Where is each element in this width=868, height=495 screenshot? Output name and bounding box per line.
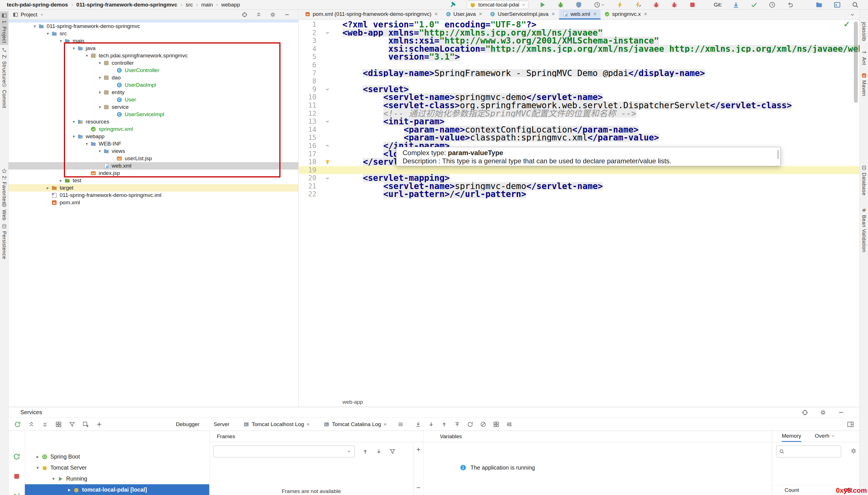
add-service-icon[interactable] xyxy=(83,421,89,427)
chevron-down-icon[interactable]: ▾ xyxy=(49,476,58,481)
chevron-down-icon[interactable]: ▾ xyxy=(33,465,42,471)
memory-search-input[interactable] xyxy=(787,449,838,455)
editor-line-10[interactable]: 10 <servlet-name>springmvc-demo</servlet… xyxy=(299,93,859,101)
tab-tomcat-localhost-log[interactable]: Tomcat Localhost Log × xyxy=(240,421,313,427)
chevron-right-icon[interactable]: ▸ xyxy=(33,454,42,459)
git-rollback-button[interactable] xyxy=(786,1,795,9)
layout-grid-icon[interactable] xyxy=(493,421,499,427)
code-text[interactable]: xsi:schemaLocation="http://xmlns.jcp.org… xyxy=(334,45,859,53)
editor-body[interactable]: 1<?xml version="1.0" encoding="UTF-8"?>2… xyxy=(299,20,859,397)
chevron-down-icon[interactable]: ▾ xyxy=(31,24,38,29)
collapse-all-icon[interactable] xyxy=(28,421,34,427)
tool-button-structure[interactable]: Z: Structure xyxy=(0,46,8,85)
close-icon[interactable]: × xyxy=(552,11,555,17)
chevron-down-icon[interactable]: ▾ xyxy=(70,119,78,124)
chevron-right-icon[interactable]: ▸ xyxy=(65,487,73,493)
editor-line-3[interactable]: 3 xmlns:xsi="http://www.w3.org/2001/XMLS… xyxy=(299,37,859,45)
editor-line-21[interactable]: 21 <servlet-name>springmvc-demo</servlet… xyxy=(299,182,859,190)
tree-item-index-jsp[interactable]: JSPindex.jsp xyxy=(9,170,298,177)
stop-server-icon[interactable] xyxy=(13,473,20,480)
close-icon[interactable]: × xyxy=(435,11,438,17)
locate-file-icon[interactable] xyxy=(242,12,247,18)
filter-icon[interactable] xyxy=(69,421,75,427)
close-icon[interactable]: × xyxy=(384,421,387,427)
breadcrumb-main[interactable]: main xyxy=(201,2,213,8)
tool-button-project[interactable]: 1: Project xyxy=(0,11,8,45)
memory-search-box[interactable] xyxy=(776,446,841,457)
git-update-button[interactable] xyxy=(732,1,740,9)
filter-frames-icon[interactable] xyxy=(389,448,396,455)
group-by-icon[interactable] xyxy=(55,421,62,427)
code-text[interactable]: <servlet-name>springmvc-demo</servlet-na… xyxy=(334,182,859,190)
close-icon[interactable]: × xyxy=(306,421,310,427)
collapse-all-icon[interactable] xyxy=(256,12,262,18)
editor-scrollbar[interactable] xyxy=(854,21,858,103)
fold-collapse-icon[interactable] xyxy=(320,29,334,37)
code-text[interactable]: <display-name>SpringFramework - SpringMV… xyxy=(334,69,859,78)
chevron-right-icon[interactable]: ▸ xyxy=(57,178,65,183)
tool-button-commit[interactable]: Commit xyxy=(0,81,8,110)
code-text[interactable]: version="3.1"> xyxy=(334,53,859,61)
breadcrumb-module[interactable]: 011-spring-framework-demo-springmvc xyxy=(76,2,177,8)
quick-run-icon[interactable] xyxy=(616,1,624,9)
tool-button-web[interactable]: Web xyxy=(0,201,8,222)
restart-server-icon[interactable] xyxy=(13,453,20,460)
build-icon[interactable] xyxy=(448,1,457,9)
hide-panel-icon[interactable] xyxy=(838,409,844,415)
editor-line-4[interactable]: 4 xsi:schemaLocation="http://xmlns.jcp.o… xyxy=(299,45,859,53)
edit-configuration-icon[interactable] xyxy=(634,1,642,9)
settings-sliders-icon[interactable] xyxy=(506,421,512,427)
tree-item-web-inf[interactable]: ▾WEB-INF xyxy=(9,140,298,148)
mute-icon[interactable] xyxy=(480,421,486,427)
breadcrumb-project[interactable]: tech-pdai-spring-demos xyxy=(7,2,68,8)
code-text[interactable]: <servlet> xyxy=(334,85,859,93)
editor-line-12[interactable]: 12 <!-- 通过初始化参数指定SpringMVC配置文件的位置和名称 --> xyxy=(299,109,859,118)
project-panel-title[interactable]: Project xyxy=(21,12,37,18)
code-text[interactable]: <?xml version="1.0" encoding="UTF-8"?> xyxy=(334,21,859,29)
git-history-button[interactable] xyxy=(768,1,777,9)
editor-line-14[interactable]: 14 <param-name>contextConfigLocation</pa… xyxy=(299,126,859,134)
code-text[interactable]: <param-value>classpath:springmvc.xml</pa… xyxy=(334,134,859,142)
stop-button[interactable] xyxy=(688,1,697,9)
editor-line-13[interactable]: 13 <init-param> xyxy=(299,118,859,126)
gear-icon[interactable] xyxy=(850,448,857,454)
frames-dropdown[interactable] xyxy=(214,446,355,457)
chevron-down-icon[interactable]: ▾ xyxy=(83,141,90,146)
hidden-tabs-icon[interactable] xyxy=(850,12,855,17)
up-arrow-icon[interactable] xyxy=(441,421,447,427)
tooltip-scrollbar[interactable] xyxy=(777,150,779,159)
tool-button-jclasslib[interactable]: jclasslib xyxy=(860,20,868,43)
code-text[interactable] xyxy=(334,166,859,174)
editor-line-1[interactable]: 1<?xml version="1.0" encoding="UTF-8"?> xyxy=(299,21,859,29)
tab-debugger[interactable]: Debugger xyxy=(172,421,203,427)
attach-debugger-alt-icon[interactable] xyxy=(670,1,679,9)
breadcrumb-web-app[interactable]: web-app xyxy=(343,399,363,405)
tree-item-userserviceimpl[interactable]: CUserServiceImpl xyxy=(9,111,298,118)
view-options-icon[interactable] xyxy=(398,421,404,427)
service-item-spring-boot[interactable]: ▸Spring Boot xyxy=(25,451,209,462)
tool-button-database[interactable]: Database xyxy=(860,164,868,197)
terminal-icon[interactable] xyxy=(833,1,841,9)
editor-line-19[interactable]: 19 xyxy=(299,166,859,174)
editor-line-15[interactable]: 15 <param-value>classpath:springmvc.xml<… xyxy=(299,134,859,142)
column-count[interactable]: Count xyxy=(785,487,799,493)
editor-tab-springmvc-x[interactable]: springmvc.x× xyxy=(601,10,651,19)
chevron-down-icon[interactable]: ▾ xyxy=(70,46,78,51)
code-text[interactable]: <web-app xmlns="http://xmlns.jcp.org/xml… xyxy=(334,29,859,37)
close-icon[interactable]: × xyxy=(593,11,597,17)
code-text[interactable] xyxy=(334,77,859,85)
fold-collapse-icon[interactable] xyxy=(320,174,334,182)
editor-line-22[interactable]: 22 <url-pattern>/</url-pattern> xyxy=(299,190,859,198)
code-text[interactable]: <init-param> xyxy=(334,118,859,126)
step-out-icon[interactable] xyxy=(454,421,460,427)
tree-item-target[interactable]: ▸target xyxy=(9,184,298,191)
tree-item-userlist-jsp[interactable]: JSPuserList.jsp xyxy=(9,155,298,162)
code-text[interactable]: <servlet-class>org.springframework.web.s… xyxy=(334,101,859,109)
gear-icon[interactable] xyxy=(270,12,276,18)
coverage-button[interactable] xyxy=(574,1,583,9)
code-text[interactable]: <servlet-name>springmvc-demo</servlet-na… xyxy=(334,93,859,101)
tree-item-user[interactable]: CUser xyxy=(9,96,298,103)
add-icon[interactable] xyxy=(416,447,421,453)
tree-item-011-spring-framework-demo-springmvc[interactable]: ▾011-spring-framework-demo-springmvc xyxy=(9,22,298,30)
tab-server[interactable]: Server xyxy=(210,421,233,427)
